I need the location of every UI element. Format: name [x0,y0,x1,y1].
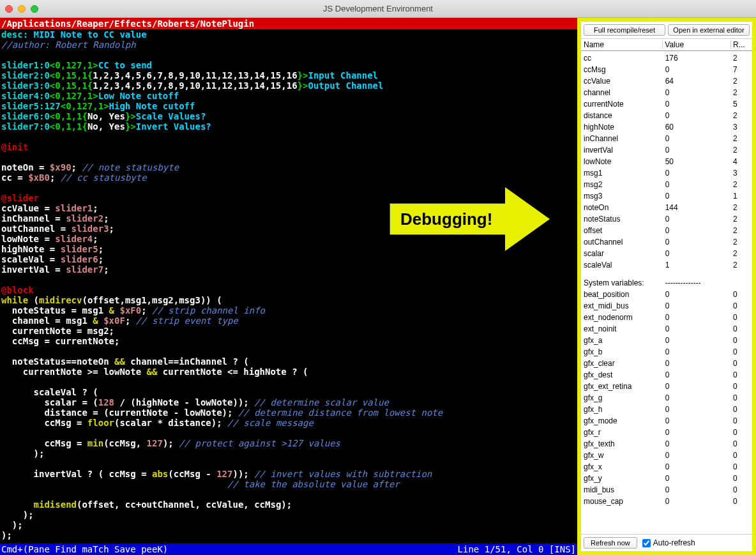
var-row[interactable]: scaleVal12 [584,259,750,271]
var-r: 2 [733,236,750,248]
var-r: 0 [733,369,750,381]
var-row[interactable]: channel02 [584,87,750,98]
code-token [1,479,227,489]
var-row[interactable]: ccValue642 [584,75,750,87]
var-value: 0 [665,248,733,259]
open-external-button[interactable]: Open in external editor [668,24,750,36]
var-row[interactable]: outChannel02 [584,236,750,248]
code-token: ccMsg = currentNote; [1,336,119,346]
var-row[interactable]: currentNote05 [584,98,750,110]
var-row[interactable]: gfx_mode00 [584,415,750,427]
var-row[interactable]: ccMsg07 [584,64,750,75]
var-value: 0 [665,335,733,346]
var-row[interactable]: msg103 [584,167,750,179]
var-row[interactable]: msg301 [584,190,750,202]
code-area[interactable]: desc: MIDI Note to CC value //author: Ro… [0,29,577,544]
var-name: gfx_g [584,392,665,404]
var-row[interactable]: ext_noinit00 [584,323,750,335]
code-token: noteOn = [1,162,50,172]
var-name: invertVal [584,144,665,156]
var-value: 1 [665,259,733,271]
col-r[interactable]: R... [730,40,750,49]
code-token: ; [141,305,152,316]
code-token: Input Channel [308,70,378,80]
var-row[interactable]: midi_bus00 [584,484,750,496]
auto-refresh-checkbox[interactable] [642,539,651,547]
var-name: outChannel [584,236,665,248]
var-row[interactable]: scalar02 [584,248,750,259]
code-token: (ccMsg - [168,469,216,479]
var-name: midi_bus [584,484,665,496]
var-name: cc [584,52,665,64]
var-value: 0 [665,167,733,179]
code-token: cc = [1,172,28,183]
editor-pane[interactable]: /Applications/Reaper/Effects/Roberts/Not… [0,18,577,555]
code-token: slider5:127 [1,101,61,111]
code-token: while [1,295,28,305]
var-row[interactable]: gfx_dest00 [584,369,750,381]
var-r: 2 [733,259,750,271]
auto-refresh-toggle[interactable]: Auto-refresh [642,538,695,547]
var-row[interactable]: highNote603 [584,121,750,133]
var-name: gfx_x [584,461,665,473]
recompile-button[interactable]: Full recompile/reset [584,24,665,36]
code-token: (offset,msg1,msg2,msg3)) ( [82,295,222,305]
var-row[interactable]: offset02 [584,225,750,236]
code-token: noteStatus = msg1 [1,305,109,316]
code-token: channel = msg1 [1,316,93,326]
var-name: ccValue [584,75,665,87]
var-name: scaleVal [584,259,665,271]
titlebar: JS Development Environment [0,0,756,18]
var-row[interactable]: distance02 [584,110,750,121]
code-token: CC to send [98,60,152,70]
sysvars-label: System variables:-------------- [584,277,750,289]
var-r: 0 [733,323,750,335]
var-name: ext_noinit [584,323,665,335]
var-row[interactable]: gfx_clear00 [584,358,750,369]
var-value: 0 [665,484,733,496]
var-row[interactable]: cc1762 [584,52,750,64]
var-row[interactable]: beat_position00 [584,289,750,300]
var-r: 2 [733,75,750,87]
var-row[interactable]: invertVal02 [584,144,750,156]
var-value: 0 [665,64,733,75]
code-token: }> [298,70,308,80]
debug-vars[interactable]: cc1762ccMsg07ccValue642channel02currentN… [581,51,752,534]
var-row[interactable]: ext_midi_bus00 [584,300,750,312]
var-row[interactable]: noteStatus02 [584,213,750,225]
var-name: msg1 [584,167,665,179]
var-row[interactable]: gfx_w00 [584,450,750,461]
var-row[interactable]: gfx_b00 [584,346,750,358]
var-value: 0 [665,98,733,110]
var-row[interactable]: gfx_texth00 [584,438,750,450]
code-comment: // protect against >127 values [179,438,340,448]
var-row[interactable]: gfx_h00 [584,404,750,415]
var-row[interactable]: gfx_a00 [584,335,750,346]
code-token: $xB0 [28,172,50,183]
var-row[interactable]: gfx_ext_retina00 [584,381,750,392]
code-token: ; [98,254,103,264]
var-row[interactable]: lowNote504 [584,156,750,167]
var-row[interactable]: gfx_r00 [584,427,750,438]
code-token: }> [298,80,308,91]
col-name[interactable]: Name [584,40,662,49]
code-comment: // cc statusbyte [61,172,147,183]
col-value[interactable]: Value [662,40,730,49]
var-row[interactable]: gfx_y00 [584,473,750,484]
var-row[interactable]: mouse_cap00 [584,496,750,507]
var-row[interactable]: gfx_g00 [584,392,750,404]
var-r: 0 [733,415,750,427]
maximize-icon[interactable] [31,5,38,13]
var-row[interactable]: msg202 [584,179,750,190]
var-row[interactable]: gfx_x00 [584,461,750,473]
var-name: offset [584,225,665,236]
minimize-icon[interactable] [18,5,26,13]
close-icon[interactable] [5,5,13,13]
var-r: 0 [733,335,750,346]
code-token [1,499,34,510]
var-row[interactable]: inChannel02 [584,133,750,144]
code-token: 1,2,3,4,5,6,7,8,9,10,11,12,13,14,15,16 [93,80,297,91]
var-row[interactable]: ext_nodenorm00 [584,312,750,323]
var-row[interactable]: noteOn1442 [584,202,750,213]
refresh-button[interactable]: Refresh now [584,537,637,549]
